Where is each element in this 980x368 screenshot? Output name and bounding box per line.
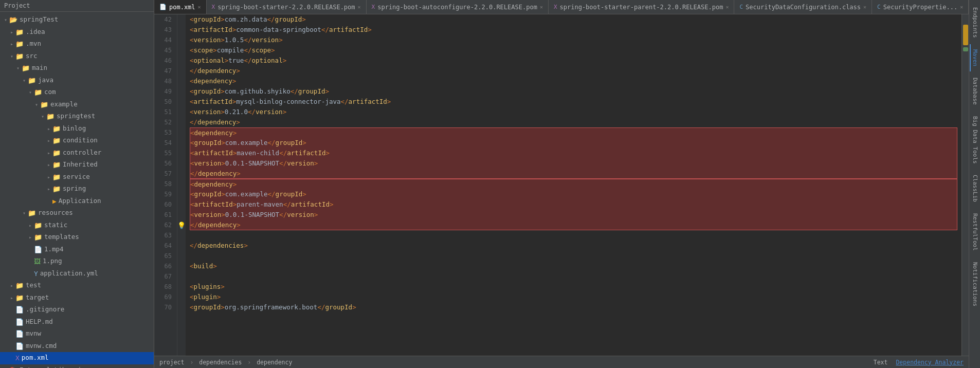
- tree-item-controller[interactable]: ▸📁controller: [0, 147, 154, 159]
- tab-label-spring-boot-starter-parent-tab: spring-boot-starter-parent-2.2.0.RELEASE…: [560, 4, 723, 11]
- tree-item-test[interactable]: ▸📁test: [0, 280, 154, 292]
- tree-icon-condition: 📁: [52, 136, 61, 146]
- tree-item-Application[interactable]: ▶Application: [0, 195, 154, 208]
- line-number-66: 66: [154, 261, 174, 271]
- tree-item-idea[interactable]: ▸📁.idea: [0, 26, 154, 39]
- code-line-68: <plugins>: [190, 282, 957, 292]
- tree-arrow-binlog[interactable]: ▸: [45, 125, 52, 133]
- dependency-analyzer[interactable]: Dependency Analyzer: [896, 359, 964, 366]
- tree-arrow-condition[interactable]: ▸: [45, 137, 52, 144]
- tree-item-com[interactable]: ▾📁com: [0, 86, 154, 99]
- tree-item-applicationyml[interactable]: Yapplication.yml: [0, 268, 154, 280]
- gutter-area: 💡: [177, 14, 186, 356]
- side-tool-endpoints[interactable]: Endpoints: [970, 2, 979, 43]
- tab-security-data-config-tab[interactable]: CSecurityDataConfiguration.class✕: [734, 0, 872, 14]
- tree-item-example[interactable]: ▾📁example: [0, 99, 154, 111]
- tree-item-spring[interactable]: ▸📁spring: [0, 183, 154, 195]
- tree-arrow-static[interactable]: ▸: [27, 222, 34, 229]
- tree-item-service[interactable]: ▸📁service: [0, 171, 154, 183]
- tree-label-java: java: [38, 76, 53, 85]
- tree-item-static[interactable]: ▸📁static: [0, 219, 154, 232]
- tree-arrow-springtest-root[interactable]: ▾: [2, 16, 9, 24]
- tree-arrow-spring[interactable]: ▸: [45, 185, 52, 193]
- line-number-46: 46: [154, 56, 174, 66]
- tree-arrow-idea[interactable]: ▸: [8, 28, 15, 36]
- tree-item-templates[interactable]: ▸📁templates: [0, 231, 154, 244]
- tree-arrow-src[interactable]: ▾: [8, 52, 15, 60]
- line-number-45: 45: [154, 45, 174, 56]
- file-tree: ▾📂springTest▸📁.idea▸📁.mvn▾📁src▾📁main▾📁ja…: [0, 12, 154, 368]
- tree-arrow-Inherited[interactable]: ▸: [45, 161, 52, 169]
- tree-item-Inherited[interactable]: ▸📁Inherited: [0, 159, 154, 171]
- tree-label-resources: resources: [38, 208, 73, 218]
- tree-arrow-service[interactable]: ▸: [45, 173, 52, 181]
- side-tool-big-data[interactable]: Big Data Tools: [970, 111, 979, 169]
- code-editor[interactable]: <groupId>com.zh.data</groupId> <artifact…: [186, 14, 961, 356]
- tree-arrow-resources[interactable]: ▾: [21, 209, 28, 217]
- tree-label-main: main: [32, 63, 47, 73]
- tree-arrow-example[interactable]: ▾: [33, 101, 40, 108]
- breadcrumb-item-dependency[interactable]: dependency: [257, 359, 292, 366]
- breadcrumb-item-project[interactable]: project: [159, 359, 184, 366]
- tree-item-resources[interactable]: ▾📁resources: [0, 207, 154, 219]
- tab-close-spring-boot-starter-parent-tab[interactable]: ✕: [725, 4, 729, 10]
- tree-item-mvn[interactable]: ▸📁.mvn: [0, 38, 154, 50]
- line-number-48: 48: [154, 76, 174, 86]
- tree-icon-target: 📁: [15, 293, 24, 303]
- tree-item-pomxml[interactable]: Xpom.xml: [0, 352, 154, 364]
- tree-icon-resources: 📁: [28, 208, 36, 218]
- tab-spring-boot-starter-tab[interactable]: Xspring-boot-starter-2.2.0.RELEASE.pom✕: [207, 0, 367, 14]
- line-number-65: 65: [154, 251, 174, 261]
- tree-item-target[interactable]: ▸📁target: [0, 292, 154, 304]
- code-line-50: <artifactId>mysql-binlog-connector-java<…: [190, 97, 957, 107]
- tree-item-1png[interactable]: 🖼1.png: [0, 255, 154, 268]
- tree-arrow-main[interactable]: ▾: [14, 64, 22, 72]
- side-tool-maven[interactable]: Maven: [970, 44, 979, 71]
- tree-item-springtest-root[interactable]: ▾📂springTest: [0, 14, 154, 26]
- line-number-59: 59: [154, 189, 174, 199]
- tree-label-mvnw: mvnw: [26, 329, 41, 339]
- tree-arrow-controller[interactable]: ▸: [45, 149, 52, 157]
- tree-item-springtest[interactable]: ▾📁springtest: [0, 111, 154, 123]
- tree-arrow-templates[interactable]: ▸: [27, 233, 34, 241]
- tree-arrow-com[interactable]: ▾: [27, 88, 34, 96]
- tab-close-security-data-config-tab[interactable]: ✕: [863, 4, 866, 10]
- tree-item-condition[interactable]: ▸📁condition: [0, 135, 154, 147]
- side-tool-notifications[interactable]: Notifications: [970, 257, 979, 311]
- line-number-55: 55: [154, 148, 174, 158]
- breadcrumb-item-dependencies[interactable]: dependencies: [199, 359, 242, 366]
- side-tool-database[interactable]: Database: [970, 72, 979, 110]
- tree-item-java[interactable]: ▾📁java: [0, 75, 154, 87]
- code-line-44: <version>1.0.5</version>: [190, 35, 957, 45]
- tree-item-src[interactable]: ▾📁src: [0, 50, 154, 63]
- tree-arrow-java[interactable]: ▾: [21, 77, 28, 84]
- line-number-42: 42: [154, 14, 174, 25]
- tree-item-helpmd[interactable]: 📄HELP.md: [0, 316, 154, 328]
- tab-pomxml-tab[interactable]: 📄pom.xml✕: [154, 0, 207, 14]
- tree-arrow-springtest[interactable]: ▾: [39, 113, 46, 120]
- tree-icon-springtest: 📁: [46, 112, 55, 122]
- tree-item-mvnw[interactable]: 📄mvnw: [0, 328, 154, 340]
- tab-close-spring-boot-autoconfigure-tab[interactable]: ✕: [540, 4, 543, 10]
- gutter-bulb-icon[interactable]: 💡: [177, 220, 186, 230]
- tree-item-main[interactable]: ▾📁main: [0, 62, 154, 75]
- side-tool-classlib[interactable]: ClassLib: [970, 170, 979, 207]
- side-tool-rest-tool[interactable]: RestfulTool: [970, 208, 979, 256]
- tab-close-spring-boot-starter-tab[interactable]: ✕: [358, 4, 361, 10]
- line-number-68: 68: [154, 282, 174, 292]
- tab-close-security-props-tab[interactable]: ✕: [960, 4, 963, 10]
- tab-spring-boot-starter-parent-tab[interactable]: Xspring-boot-starter-parent-2.2.0.RELEAS…: [549, 0, 735, 14]
- right-scrollbar[interactable]: [961, 14, 969, 356]
- tree-item-gitignore[interactable]: 📄.gitignore: [0, 304, 154, 316]
- tab-spring-boot-autoconfigure-tab[interactable]: Xspring-boot-autoconfigure-2.2.0.RELEASE…: [367, 0, 549, 14]
- tree-arrow-test[interactable]: ▸: [8, 282, 15, 289]
- tree-icon-controller: 📁: [52, 148, 61, 158]
- tab-close-pomxml-tab[interactable]: ✕: [198, 4, 201, 10]
- tree-item-binlog[interactable]: ▸📁binlog: [0, 123, 154, 135]
- tree-arrow-target[interactable]: ▸: [8, 294, 15, 302]
- tab-security-props-tab[interactable]: CSecurityPropertie...✕: [872, 0, 969, 14]
- tree-item-1mp4[interactable]: 📄1.mp4: [0, 244, 154, 256]
- tree-item-external-libs[interactable]: ▸📚External Libraries: [0, 364, 154, 369]
- tree-arrow-mvn[interactable]: ▸: [8, 40, 15, 48]
- tree-item-mvnwcmd[interactable]: 📄mvnw.cmd: [0, 340, 154, 353]
